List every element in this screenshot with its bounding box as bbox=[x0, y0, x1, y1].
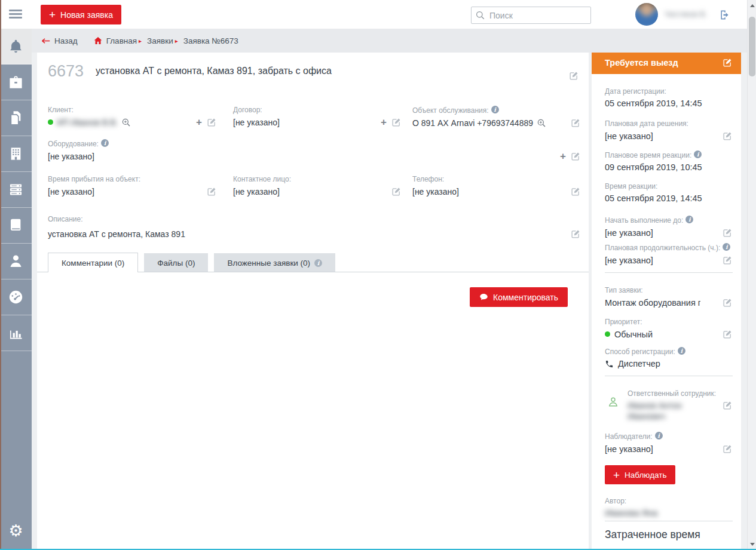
tab-comments[interactable]: Комментарии (0) bbox=[48, 253, 138, 272]
arrow-left-icon bbox=[41, 36, 51, 46]
sidebar-item-settings[interactable] bbox=[0, 518, 32, 544]
tab-bar: Комментарии (0) Файлы (0) Вложенные заяв… bbox=[37, 253, 589, 272]
sidebar-item-requests[interactable] bbox=[0, 64, 32, 100]
menu-hamburger-icon[interactable] bbox=[9, 10, 22, 19]
top-bar: Новая заявка Чистяков В. bbox=[0, 0, 747, 29]
responsible-edit-icon[interactable] bbox=[723, 400, 733, 410]
planned-reaction-label: Плановое время реакции: bbox=[605, 151, 691, 159]
start-before-value: [не указано] bbox=[605, 228, 653, 238]
registration-date-label: Дата регистрации: bbox=[605, 87, 733, 96]
planned-date-value: [не указано] bbox=[605, 131, 653, 141]
equipment-label: Оборудование: bbox=[48, 140, 99, 148]
info-icon[interactable]: i bbox=[694, 150, 702, 158]
description-edit-icon[interactable] bbox=[571, 229, 581, 239]
breadcrumb-requests[interactable]: Заявки bbox=[147, 36, 173, 45]
breadcrumb: Назад Главная Заявки Заявка №6673 bbox=[32, 29, 747, 53]
status-header[interactable]: Требуется выезд bbox=[592, 51, 741, 74]
scroll-up-arrow-icon[interactable] bbox=[748, 1, 756, 10]
breadcrumb-separator-icon bbox=[175, 38, 178, 44]
planned-duration-label: Плановая продолжительность (ч.): bbox=[605, 244, 720, 252]
priority-edit-icon[interactable] bbox=[723, 329, 733, 339]
info-icon[interactable]: i bbox=[655, 432, 663, 440]
phone-label: Телефон: bbox=[412, 175, 581, 183]
sidebar-item-dashboard[interactable] bbox=[0, 279, 32, 315]
planned-duration-edit-icon[interactable] bbox=[723, 255, 733, 265]
info-icon[interactable]: i bbox=[314, 259, 322, 267]
service-object-zoom-icon[interactable] bbox=[537, 118, 546, 128]
author-value: Иванова Яна bbox=[605, 508, 657, 518]
logout-icon[interactable] bbox=[719, 9, 731, 21]
phone-edit-icon[interactable] bbox=[571, 186, 581, 196]
scroll-down-arrow-icon[interactable] bbox=[748, 540, 756, 549]
ticket-title: установка АТ с ремонта, Камаз 891, забра… bbox=[96, 66, 332, 76]
request-type-label: Тип заявки: bbox=[605, 286, 733, 294]
sidebar-item-knowledge-base[interactable] bbox=[0, 208, 32, 244]
arrival-time-value: [не указано] bbox=[48, 187, 94, 196]
contract-add-icon[interactable] bbox=[381, 117, 387, 127]
sidebar-item-equipment[interactable] bbox=[0, 172, 32, 208]
breadcrumb-back[interactable]: Назад bbox=[41, 36, 78, 46]
responsible-value-line1[interactable]: Иванов Антон bbox=[628, 401, 682, 410]
service-object-edit-icon[interactable] bbox=[571, 118, 581, 128]
status-label: Требуется выезд bbox=[605, 58, 678, 67]
bell-icon bbox=[8, 38, 24, 54]
tab-nested-requests[interactable]: Вложенные заявки (0)i bbox=[214, 253, 335, 272]
search-box bbox=[471, 7, 591, 24]
info-icon[interactable]: i bbox=[678, 347, 685, 355]
divider bbox=[605, 272, 733, 273]
vertical-scrollbar[interactable] bbox=[747, 0, 756, 550]
responsible-value-line2[interactable]: Иванович bbox=[628, 411, 665, 421]
contact-person-edit-icon[interactable] bbox=[391, 186, 402, 196]
request-type-edit-icon[interactable] bbox=[723, 297, 733, 308]
new-request-button[interactable]: Новая заявка bbox=[41, 5, 121, 24]
info-icon[interactable]: i bbox=[491, 106, 499, 113]
equipment-add-icon[interactable] bbox=[560, 151, 566, 161]
planned-duration-value: [не указано] bbox=[605, 256, 653, 265]
divider bbox=[605, 521, 733, 521]
observe-button[interactable]: Наблюдать bbox=[605, 465, 675, 484]
info-icon[interactable]: i bbox=[723, 243, 730, 251]
start-before-edit-icon[interactable] bbox=[723, 228, 733, 238]
tab-files[interactable]: Файлы (0) bbox=[144, 253, 208, 272]
user-name[interactable]: Чистяков В. bbox=[665, 10, 722, 19]
sidebar-item-documents[interactable] bbox=[0, 100, 32, 136]
service-object-label: Объект обслуживания: bbox=[412, 106, 489, 115]
observers-value: [не указано] bbox=[605, 444, 653, 454]
contract-edit-icon[interactable] bbox=[391, 117, 402, 127]
sidebar-item-reports[interactable] bbox=[0, 315, 32, 351]
arrival-time-edit-icon[interactable] bbox=[207, 186, 217, 196]
contact-person-value: [не указано] bbox=[233, 187, 280, 196]
client-zoom-icon[interactable] bbox=[121, 118, 131, 127]
gear-icon bbox=[8, 523, 23, 539]
comment-button[interactable]: Комментировать bbox=[470, 287, 568, 307]
left-sidebar bbox=[0, 29, 32, 550]
ticket-card: 6673 установка АТ с ремонта, Камаз 891, … bbox=[37, 53, 589, 550]
bar-chart-icon bbox=[8, 325, 24, 341]
edit-title-icon[interactable] bbox=[569, 70, 579, 81]
scrollbar-thumb[interactable] bbox=[749, 17, 755, 76]
client-edit-icon[interactable] bbox=[207, 117, 217, 127]
request-type-value: Монтаж оборудования по... bbox=[605, 298, 700, 308]
sidebar-item-companies[interactable] bbox=[0, 136, 32, 172]
divider bbox=[605, 376, 733, 376]
equipment-edit-icon[interactable] bbox=[571, 151, 581, 161]
arrival-time-label: Время прибытия на объект: bbox=[48, 175, 217, 183]
priority-label: Приоритет: bbox=[605, 318, 733, 326]
description-value: установка АТ с ремонта, Камаз 891 bbox=[48, 229, 185, 239]
sidebar-item-notifications[interactable] bbox=[0, 29, 32, 64]
observers-edit-icon[interactable] bbox=[723, 444, 733, 454]
user-avatar[interactable] bbox=[635, 3, 658, 26]
search-input[interactable] bbox=[471, 7, 591, 24]
planned-reaction-value: 09 сентября 2019, 10:45 bbox=[605, 162, 702, 172]
documents-icon bbox=[8, 110, 24, 126]
info-icon[interactable]: i bbox=[685, 216, 693, 223]
status-edit-icon[interactable] bbox=[723, 57, 733, 67]
phone-receiver-icon bbox=[605, 360, 614, 368]
client-add-icon[interactable] bbox=[196, 117, 202, 127]
planned-date-edit-icon[interactable] bbox=[723, 131, 733, 141]
info-icon[interactable]: i bbox=[101, 139, 109, 147]
home-icon bbox=[93, 36, 103, 45]
person-icon bbox=[8, 253, 24, 269]
sidebar-item-employees[interactable] bbox=[0, 244, 32, 279]
breadcrumb-home[interactable]: Главная bbox=[93, 36, 137, 45]
